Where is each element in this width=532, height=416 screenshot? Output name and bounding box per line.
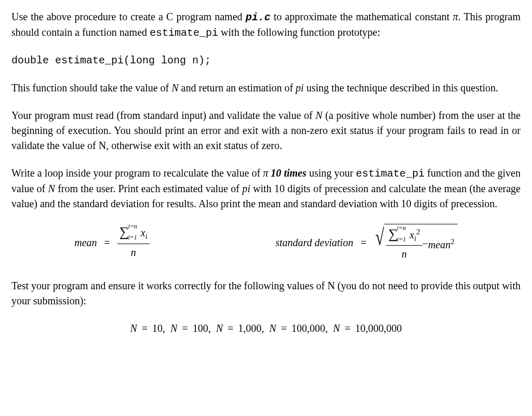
text: This function should take the value of bbox=[11, 82, 171, 93]
equals: = bbox=[102, 235, 112, 250]
xi: xi bbox=[141, 227, 148, 238]
text: Write a loop inside your program to reca… bbox=[11, 167, 263, 179]
sum-top: i=n bbox=[128, 223, 137, 230]
paragraph-1: Use the above procedure to create a C pr… bbox=[11, 9, 521, 41]
text: using the technique described in this qu… bbox=[304, 82, 498, 93]
paragraph-2: This function should take the value of N… bbox=[11, 80, 521, 96]
test-value-item: N = 10,000,000 bbox=[333, 323, 402, 334]
fraction: ∑ i=n i=1 xi n bbox=[117, 225, 150, 260]
sum-limits: i=n i=1 bbox=[397, 227, 406, 240]
variable-n: N bbox=[171, 82, 178, 93]
numerator: ∑ i=n i=1 xi2 bbox=[386, 226, 422, 245]
text: using your bbox=[307, 167, 356, 179]
sum-limits: i=n i=1 bbox=[128, 225, 137, 239]
text: and return an estimation of bbox=[179, 82, 296, 93]
minus: − bbox=[422, 236, 428, 251]
fraction: ∑ i=n i=1 xi2 n bbox=[386, 226, 422, 262]
variable-n: N bbox=[315, 110, 322, 121]
test-value-item: N = 100 bbox=[170, 323, 208, 334]
text: to approximate the mathematical constant bbox=[271, 11, 453, 22]
sqrt: √ ∑ i=n i=1 xi2 n − bbox=[374, 224, 458, 262]
numerator: ∑ i=n i=1 xi bbox=[117, 225, 150, 243]
sum-top: i=n bbox=[397, 225, 406, 232]
std-formula: standard deviation = √ ∑ i=n i=1 xi2 bbox=[275, 224, 458, 262]
text: Use the above procedure to create a C pr… bbox=[11, 11, 246, 22]
denominator: n bbox=[386, 245, 422, 262]
summation: ∑ i=n i=1 bbox=[119, 225, 138, 239]
function-prototype: double estimate_pi(long long n); bbox=[11, 53, 521, 68]
radical-icon: √ bbox=[376, 227, 384, 265]
formula-row: mean = ∑ i=n i=1 xi n standard deviation… bbox=[11, 224, 521, 262]
mean-label: mean bbox=[74, 235, 97, 250]
variable-n: N bbox=[48, 183, 55, 194]
test-values: N = 10, N = 100, N = 1,000, N = 100,000,… bbox=[11, 321, 521, 336]
test-value-item: N = 10 bbox=[130, 323, 163, 334]
sum-bot: i=1 bbox=[128, 234, 137, 241]
paragraph-3: Your program must read (from standard in… bbox=[11, 108, 521, 153]
pi-symbol: π bbox=[263, 167, 268, 179]
pi-word: pi bbox=[242, 183, 250, 194]
pi-symbol: π bbox=[453, 11, 458, 22]
paragraph-5: Test your program and ensure it works co… bbox=[11, 278, 521, 308]
mean-squared: mean2 bbox=[428, 236, 455, 252]
function-name: estimate_pi bbox=[150, 27, 218, 39]
times-count: 10 times bbox=[271, 167, 306, 179]
test-value-item: N = 1,000 bbox=[216, 323, 262, 334]
mean-formula: mean = ∑ i=n i=1 xi n bbox=[74, 225, 149, 260]
equals: = bbox=[358, 235, 368, 250]
pi-word: pi bbox=[296, 82, 304, 93]
paragraph-4: Write a loop inside your program to reca… bbox=[11, 166, 521, 211]
xi-squared: xi2 bbox=[409, 229, 420, 240]
sum-bot: i=1 bbox=[397, 236, 406, 243]
function-name: estimate_pi bbox=[356, 168, 424, 180]
summation: ∑ i=n i=1 bbox=[388, 227, 407, 240]
denominator: n bbox=[117, 244, 150, 260]
filename: pi.c bbox=[246, 11, 271, 23]
text: with the following function prototype: bbox=[218, 26, 380, 38]
text: Your program must read (from standard in… bbox=[11, 110, 315, 121]
sqrt-body: ∑ i=n i=1 xi2 n − mean2 bbox=[384, 224, 457, 262]
test-value-item: N = 100,000 bbox=[269, 323, 325, 334]
std-label: standard deviation bbox=[275, 235, 353, 250]
text: from the user. Print each estimated valu… bbox=[55, 183, 242, 194]
